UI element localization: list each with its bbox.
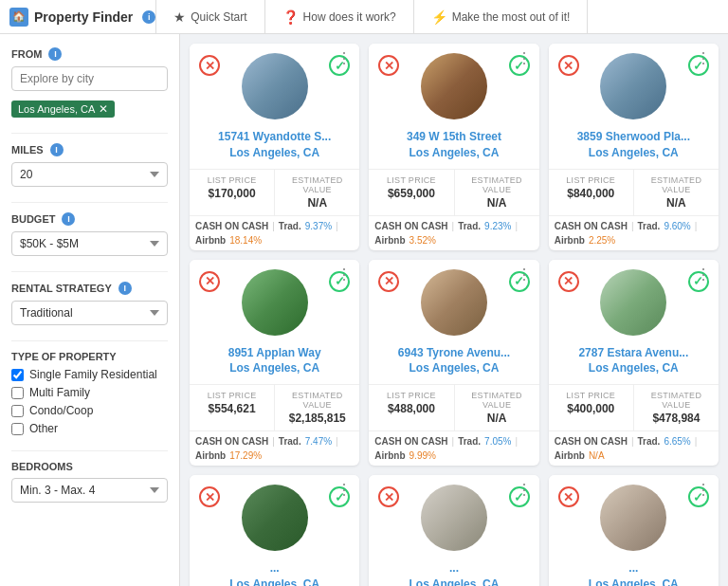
list-price-value: $488,000	[373, 402, 449, 415]
nav-howdoesitwork[interactable]: ❓ How does it work?	[265, 0, 414, 34]
from-label: FROM i	[11, 47, 168, 61]
question-icon: ❓	[282, 9, 299, 25]
airbnb-value: 3.52%	[410, 235, 436, 246]
divider-3	[11, 271, 168, 272]
airbnb-label: Airbnb	[374, 235, 405, 246]
rental-strategy-select[interactable]: Traditional	[11, 301, 168, 325]
header-nav: ★ Quick Start ❓ How does it work? ⚡ Make…	[155, 0, 719, 34]
list-price-value: $840,000	[553, 187, 629, 200]
airbnb-value: 9.99%	[410, 450, 436, 461]
property-image[interactable]	[242, 269, 308, 336]
property-type-checkboxes: Single Family Residential Multi Family C…	[11, 368, 168, 435]
address-line1: 2787 Estara Avenu...	[556, 345, 711, 361]
address-line2: Los Angeles, CA	[556, 577, 711, 586]
bedrooms-select[interactable]: Min. 3 - Max. 4	[11, 478, 168, 503]
card-prices: LIST PRICE $170,000 ESTIMATED VALUE N/A	[190, 169, 359, 216]
logo-info-icon[interactable]: i	[142, 10, 155, 24]
cash-on-cash-label: CASH ON CASH	[374, 221, 447, 231]
property-image[interactable]	[242, 485, 308, 551]
miles-info-icon[interactable]: i	[50, 143, 64, 156]
rental-strategy-section: RENTAL STRATEGY i Traditional	[11, 282, 168, 325]
lightning-icon: ⚡	[431, 9, 447, 25]
trad-label: Trad.	[458, 221, 481, 231]
card-menu-button[interactable]: ⋮	[335, 47, 354, 69]
reject-badge[interactable]: ✕	[558, 271, 579, 292]
reject-badge[interactable]: ✕	[558, 486, 579, 507]
checkbox-other[interactable]: Other	[11, 422, 168, 435]
from-info-icon[interactable]: i	[48, 47, 62, 61]
card-menu-button[interactable]: ⋮	[515, 47, 534, 69]
est-value-value: $2,185,815	[279, 412, 355, 425]
card-prices: LIST PRICE $554,621 ESTIMATED VALUE $2,1…	[190, 384, 359, 431]
checkbox-condo-input[interactable]	[11, 405, 24, 417]
est-value-value: N/A	[279, 196, 355, 210]
property-card: ✕ ✓ ⋮ ... Los Angeles, CA LIST PRICE ...…	[190, 475, 359, 586]
property-image[interactable]	[421, 53, 487, 119]
nav-quickstart[interactable]: ★ Quick Start	[155, 0, 264, 34]
property-card: ✕ ✓ ⋮ 8951 Applan Way Los Angeles, CA LI…	[190, 260, 359, 467]
trad-label: Trad.	[279, 436, 301, 447]
checkbox-single-family-input[interactable]	[11, 369, 24, 381]
list-price-col: LIST PRICE $488,000	[369, 385, 454, 430]
reject-badge[interactable]: ✕	[378, 486, 399, 507]
property-image[interactable]	[600, 269, 666, 336]
reject-badge[interactable]: ✕	[558, 55, 579, 76]
est-value-label: ESTIMATED VALUE	[279, 175, 355, 194]
address-line1: 3859 Sherwood Pla...	[556, 129, 711, 145]
reject-badge[interactable]: ✕	[199, 486, 220, 507]
budget-section: BUDGET i $50K - $5M	[11, 212, 168, 256]
checkbox-condo[interactable]: Condo/Coop	[11, 404, 168, 417]
miles-select[interactable]: 51015202550	[11, 162, 168, 187]
remove-tag-button[interactable]: ✕	[99, 102, 108, 116]
reject-badge[interactable]: ✕	[378, 55, 399, 76]
property-image[interactable]	[421, 269, 487, 336]
card-menu-button[interactable]: ⋮	[515, 264, 534, 285]
reject-badge[interactable]: ✕	[199, 271, 220, 292]
reject-badge[interactable]: ✕	[199, 55, 220, 76]
list-price-col: LIST PRICE $554,621	[190, 385, 275, 430]
list-price-value: $170,000	[193, 187, 270, 200]
card-stats: CASH ON CASH | Trad. 6.65% | Airbnb N/A	[549, 431, 719, 466]
budget-info-icon[interactable]: i	[62, 212, 75, 226]
trad-value: 9.37%	[305, 221, 332, 231]
budget-select[interactable]: $50K - $5M	[11, 231, 168, 256]
checkbox-other-input[interactable]	[11, 423, 24, 435]
cash-on-cash-label: CASH ON CASH	[195, 436, 268, 447]
nav-mostout[interactable]: ⚡ Make the most out of it!	[414, 0, 589, 34]
card-prices: LIST PRICE $659,000 ESTIMATED VALUE N/A	[369, 169, 538, 216]
card-header: ✕ ✓ ⋮	[549, 44, 719, 125]
card-stats: CASH ON CASH | Trad. 7.47% | Airbnb 17.2…	[190, 431, 359, 466]
trad-value: 7.05%	[484, 436, 511, 447]
card-menu-button[interactable]: ⋮	[694, 264, 713, 285]
divider-1	[11, 133, 168, 134]
card-menu-button[interactable]: ⋮	[694, 47, 713, 69]
property-image[interactable]	[600, 485, 666, 551]
trad-label: Trad.	[638, 436, 661, 447]
est-value-label: ESTIMATED VALUE	[638, 391, 715, 410]
airbnb-label: Airbnb	[195, 450, 226, 461]
property-image[interactable]	[600, 53, 666, 119]
card-menu-button[interactable]: ⋮	[515, 479, 534, 501]
card-menu-button[interactable]: ⋮	[335, 479, 354, 501]
cash-on-cash-label: CASH ON CASH	[555, 436, 628, 447]
card-stats: CASH ON CASH | Trad. 9.60% | Airbnb 2.25…	[549, 216, 719, 250]
property-image[interactable]	[242, 53, 308, 119]
property-card: ✕ ✓ ⋮ ... Los Angeles, CA LIST PRICE ...…	[369, 475, 538, 586]
checkbox-multi-family[interactable]: Multi Family	[11, 386, 168, 399]
property-image[interactable]	[421, 485, 487, 551]
bedrooms-section: BEDROOMS Min. 3 - Max. 4	[11, 461, 168, 503]
list-price-col: LIST PRICE $840,000	[549, 170, 634, 215]
list-price-label: LIST PRICE	[193, 175, 270, 185]
rental-info-icon[interactable]: i	[118, 282, 132, 295]
property-image-placeholder	[242, 485, 308, 551]
property-image-placeholder	[600, 485, 666, 551]
checkbox-single-family[interactable]: Single Family Residential	[11, 368, 168, 381]
est-value-col: ESTIMATED VALUE N/A	[634, 170, 719, 215]
card-menu-button[interactable]: ⋮	[335, 264, 354, 285]
reject-badge[interactable]: ✕	[378, 271, 399, 292]
trad-label: Trad.	[458, 436, 481, 447]
card-menu-button[interactable]: ⋮	[694, 479, 713, 501]
checkbox-multi-family-input[interactable]	[11, 387, 24, 399]
city-input[interactable]	[11, 66, 168, 91]
property-image-placeholder	[242, 53, 308, 119]
